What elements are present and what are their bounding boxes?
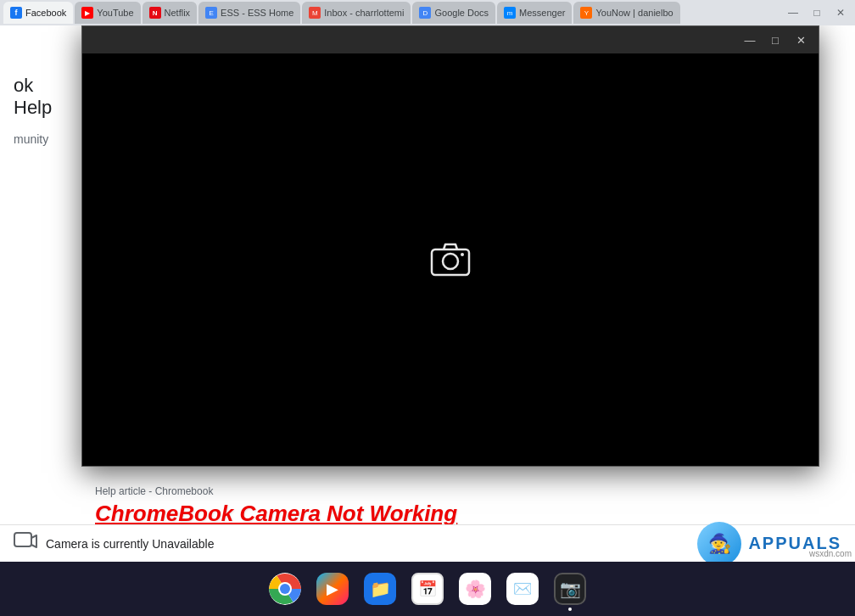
camera-status-bar: Camera is currently Unavailable 🧙 APPUAL… [0, 524, 855, 562]
taskbar-calendar[interactable]: 📅 [409, 570, 446, 608]
window-controls: — □ ✕ [782, 3, 855, 22]
browser-chrome: f Facebook ▶ YouTube N Netflix E ESS - E… [0, 0, 855, 25]
chrome-icon [269, 573, 301, 605]
taskbar: ▶ 📁 📅 🌸 ✉️ 📷 [0, 562, 855, 616]
tab-younow-label: YouNow | danielbo [595, 8, 673, 18]
tab-inbox[interactable]: M Inbox - charrlottemi [302, 2, 411, 24]
tab-youtube-label: YouTube [97, 8, 133, 18]
youtube-favicon: ▶ [81, 7, 93, 19]
camera-center-icon [430, 243, 471, 277]
camera-svg-icon [430, 243, 471, 277]
tab-netflix[interactable]: N Netflix [142, 2, 198, 24]
younow-favicon: Y [580, 7, 592, 19]
minimize-button[interactable]: — [782, 3, 804, 22]
camera-status-text: Camera is currently Unavailable [46, 537, 214, 551]
chrome-svg [269, 573, 301, 605]
taskbar-play-store[interactable]: ▶ [314, 570, 351, 608]
taskbar-gmail[interactable]: ✉️ [504, 570, 541, 608]
tab-gdocs-label: Google Docs [434, 8, 489, 18]
camera-viewport [82, 53, 819, 466]
tab-ess-label: ESS - ESS Home [221, 8, 293, 18]
tab-netflix-label: Netflix [165, 8, 191, 18]
taskbar-chrome[interactable] [266, 570, 304, 608]
calendar-icon: 📅 [411, 573, 444, 605]
photos-icon: 🌸 [459, 573, 491, 605]
svg-point-1 [443, 254, 458, 269]
tab-facebook-label: Facebook [25, 8, 66, 18]
folder-icon: 📁 [364, 573, 396, 605]
gmail-icon: ✉️ [506, 573, 539, 605]
camera-unavailable-icon [14, 531, 37, 556]
camera-minimize-button[interactable]: — [739, 31, 761, 49]
maximize-button[interactable]: □ [806, 3, 828, 22]
play-store-icon: ▶ [316, 573, 349, 605]
tab-facebook[interactable]: f Facebook [3, 2, 73, 24]
page-title: ok Help [7, 61, 78, 132]
ess-favicon: E [205, 7, 217, 19]
taskbar-files[interactable]: 📁 [361, 570, 399, 608]
camera-taskbar-icon: 📷 [554, 573, 586, 605]
tab-messenger[interactable]: m Messenger [497, 2, 572, 24]
taskbar-camera[interactable]: 📷 [551, 570, 589, 608]
inbox-favicon: M [309, 7, 321, 19]
wsxdn-watermark: wsxdn.com [809, 549, 852, 558]
tab-younow[interactable]: Y YouNow | danielbo [573, 2, 679, 24]
facebook-favicon: f [10, 7, 22, 19]
tab-inbox-label: Inbox - charrlottemi [324, 8, 404, 18]
tab-youtube[interactable]: ▶ YouTube [75, 2, 140, 24]
article-category: Help article - Chromebook [95, 485, 806, 497]
camera-close-button[interactable]: ✕ [790, 31, 812, 49]
watermark-area: 🧙 APPUALS [697, 522, 841, 566]
tab-messenger-label: Messenger [519, 8, 565, 18]
svg-point-6 [280, 584, 290, 594]
camera-window: — □ ✕ [81, 25, 819, 467]
appuals-mascot: 🧙 [697, 522, 741, 566]
taskbar-photos[interactable]: 🌸 [456, 570, 494, 608]
camera-titlebar: — □ ✕ [82, 26, 819, 53]
svg-point-2 [461, 253, 464, 256]
messenger-favicon: m [504, 7, 516, 19]
svg-rect-3 [14, 533, 31, 546]
close-button[interactable]: ✕ [830, 3, 852, 22]
tab-gdocs[interactable]: D Google Docs [412, 2, 495, 24]
gdocs-favicon: D [419, 7, 431, 19]
unavailable-svg-icon [14, 531, 37, 552]
netflix-favicon: N [149, 7, 161, 19]
camera-maximize-button[interactable]: □ [764, 31, 786, 49]
page-subtitle: munity [7, 132, 78, 146]
tab-bar: f Facebook ▶ YouTube N Netflix E ESS - E… [0, 0, 680, 25]
tab-ess[interactable]: E ESS - ESS Home [198, 2, 300, 24]
